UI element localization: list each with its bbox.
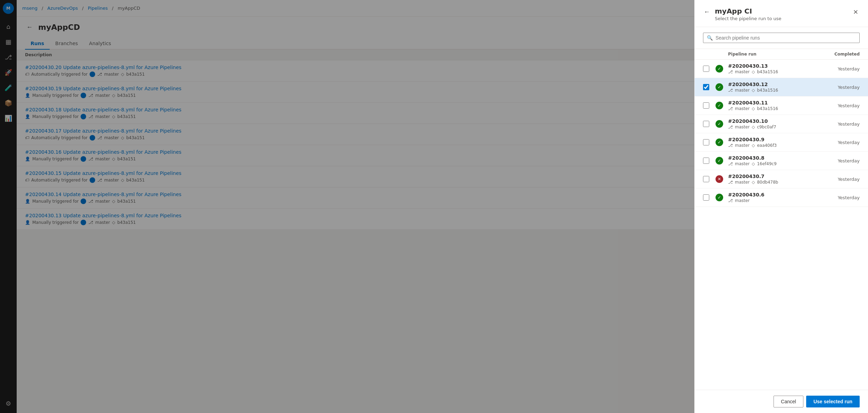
run-completed: Yesterday	[825, 103, 860, 108]
run-meta: ⎇ master ◇80db478b	[728, 180, 825, 185]
run-number: #20200430.10	[728, 118, 825, 124]
run-number: #20200430.11	[728, 100, 825, 106]
run-checkbox[interactable]	[703, 194, 709, 201]
run-number: #20200430.13	[728, 63, 825, 69]
panel-run-row[interactable]: ✓ #20200430.10 ⎇ master ◇c9bc0af7 Yester…	[695, 115, 868, 133]
run-meta: ⎇ master ◇eaa406f3	[728, 143, 825, 148]
run-commit: 80db478b	[757, 180, 778, 185]
commit-icon: ◇	[752, 125, 755, 129]
run-status-icon: ✓	[716, 157, 723, 165]
run-commit: b43a1516	[757, 69, 778, 74]
run-status-icon: ✕	[716, 175, 723, 183]
status-cell: ✓	[716, 83, 728, 91]
run-status-icon: ✓	[716, 102, 723, 109]
panel-run-row[interactable]: ✓ #20200430.6 ⎇ master Yesterday	[695, 188, 868, 207]
status-cell: ✓	[716, 157, 728, 165]
run-info: #20200430.6 ⎇ master	[728, 192, 825, 203]
panel-run-row[interactable]: ✓ #20200430.9 ⎇ master ◇eaa406f3 Yesterd…	[695, 133, 868, 152]
panel-search-area: 🔍	[695, 27, 868, 49]
run-completed: Yesterday	[825, 121, 860, 127]
branch-icon: ⎇	[728, 143, 733, 148]
branch-icon: ⎇	[728, 161, 733, 166]
run-commit: eaa406f3	[757, 143, 777, 148]
panel-run-row[interactable]: ✕ #20200430.7 ⎇ master ◇80db478b Yesterd…	[695, 170, 868, 188]
use-selected-run-button[interactable]: Use selected run	[806, 396, 860, 407]
branch-icon: ⎇	[728, 69, 733, 74]
run-completed: Yesterday	[825, 66, 860, 71]
checkbox-cell	[703, 121, 716, 127]
panel-header: ← myApp CI Select the pipeline run to us…	[695, 0, 868, 27]
panel: ← myApp CI Select the pipeline run to us…	[694, 0, 868, 413]
panel-list-header: Pipeline run Completed	[695, 49, 868, 60]
run-branch: master	[735, 69, 750, 74]
run-completed: Yesterday	[825, 177, 860, 182]
run-meta: ⎇ master ◇b43a1516	[728, 106, 825, 111]
commit-icon: ◇	[752, 161, 755, 166]
branch-icon: ⎇	[728, 106, 733, 111]
panel-col-run: Pipeline run	[728, 52, 825, 57]
overlay: ← myApp CI Select the pipeline run to us…	[0, 0, 868, 413]
run-checkbox[interactable]	[703, 139, 709, 145]
run-checkbox[interactable]	[703, 102, 709, 109]
panel-run-row[interactable]: ✓ #20200430.11 ⎇ master ◇b43a1516 Yester…	[695, 96, 868, 115]
checkbox-cell	[703, 158, 716, 164]
run-number: #20200430.7	[728, 174, 825, 179]
run-info: #20200430.13 ⎇ master ◇b43a1516	[728, 63, 825, 74]
panel-run-row[interactable]: ✓ #20200430.12 ⎇ master ◇b43a1516 Yester…	[695, 78, 868, 96]
panel-runs-list: ✓ #20200430.13 ⎇ master ◇b43a1516 Yester…	[695, 60, 868, 390]
run-meta: ⎇ master ◇c9bc0af7	[728, 125, 825, 129]
checkbox-cell	[703, 139, 716, 145]
status-cell: ✓	[716, 120, 728, 128]
run-branch: master	[735, 125, 750, 129]
run-info: #20200430.10 ⎇ master ◇c9bc0af7	[728, 118, 825, 129]
status-cell: ✕	[716, 175, 728, 183]
panel-title: myApp CI	[715, 7, 782, 15]
run-status-icon: ✓	[716, 138, 723, 146]
panel-run-row[interactable]: ✓ #20200430.8 ⎇ master ◇16ef49c9 Yesterd…	[695, 152, 868, 170]
cancel-button[interactable]: Cancel	[774, 396, 803, 407]
run-branch: master	[735, 88, 750, 93]
branch-icon: ⎇	[728, 125, 733, 129]
run-completed: Yesterday	[825, 85, 860, 90]
run-info: #20200430.7 ⎇ master ◇80db478b	[728, 174, 825, 185]
run-commit: b43a1516	[757, 106, 778, 111]
status-cell: ✓	[716, 194, 728, 201]
run-meta: ⎇ master	[728, 198, 825, 203]
panel-subtitle: Select the pipeline run to use	[715, 16, 782, 21]
branch-icon: ⎇	[728, 198, 733, 203]
run-meta: ⎇ master ◇b43a1516	[728, 88, 825, 93]
status-cell: ✓	[716, 65, 728, 73]
run-branch: master	[735, 106, 750, 111]
panel-close-button[interactable]: ✕	[852, 7, 860, 17]
run-commit: c9bc0af7	[757, 125, 776, 129]
run-status-icon: ✓	[716, 120, 723, 128]
run-commit: 16ef49c9	[757, 161, 776, 166]
search-input[interactable]	[716, 35, 856, 41]
run-info: #20200430.9 ⎇ master ◇eaa406f3	[728, 137, 825, 148]
commit-icon: ◇	[752, 106, 755, 111]
panel-back-button[interactable]: ←	[703, 8, 711, 16]
run-number: #20200430.12	[728, 82, 825, 87]
run-status-icon: ✓	[716, 194, 723, 201]
run-meta: ⎇ master ◇b43a1516	[728, 69, 825, 74]
checkbox-cell	[703, 176, 716, 182]
run-status-icon: ✓	[716, 65, 723, 73]
status-cell: ✓	[716, 102, 728, 109]
panel-col-completed: Completed	[825, 52, 860, 57]
run-info: #20200430.12 ⎇ master ◇b43a1516	[728, 82, 825, 93]
panel-run-row[interactable]: ✓ #20200430.13 ⎇ master ◇b43a1516 Yester…	[695, 60, 868, 78]
run-checkbox[interactable]	[703, 84, 709, 90]
run-checkbox[interactable]	[703, 66, 709, 72]
run-branch: master	[735, 198, 750, 203]
run-number: #20200430.6	[728, 192, 825, 197]
branch-icon: ⎇	[728, 180, 733, 185]
run-checkbox[interactable]	[703, 121, 709, 127]
run-meta: ⎇ master ◇16ef49c9	[728, 161, 825, 166]
run-checkbox[interactable]	[703, 176, 709, 182]
run-info: #20200430.8 ⎇ master ◇16ef49c9	[728, 155, 825, 166]
run-completed: Yesterday	[825, 195, 860, 200]
run-checkbox[interactable]	[703, 158, 709, 164]
commit-icon: ◇	[752, 69, 755, 74]
commit-icon: ◇	[752, 143, 755, 148]
status-cell: ✓	[716, 138, 728, 146]
